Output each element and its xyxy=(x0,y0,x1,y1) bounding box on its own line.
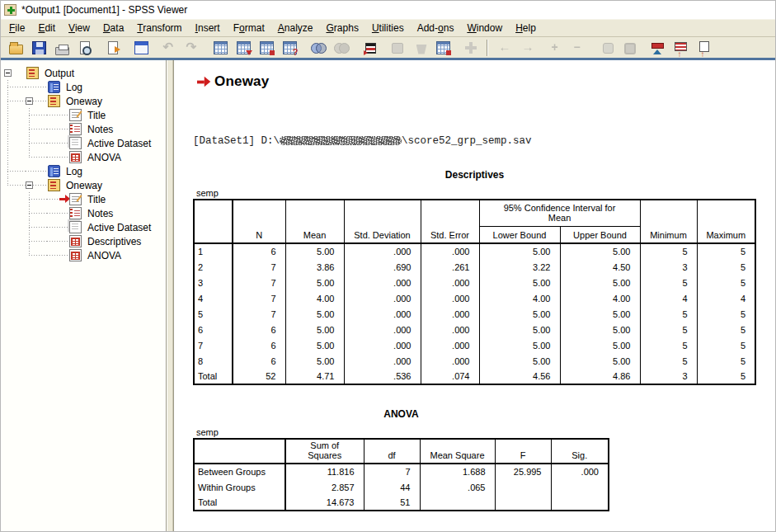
notes-icon xyxy=(69,207,82,219)
menu-analyze[interactable]: Analyze xyxy=(271,21,320,35)
tree-item-anova[interactable]: ANOVA xyxy=(1,248,166,262)
menu-insert[interactable]: Insert xyxy=(189,21,227,35)
menu-help[interactable]: Help xyxy=(509,21,543,35)
hide-button[interactable] xyxy=(618,39,640,57)
menu-add-ons[interactable]: Add-ons xyxy=(411,21,461,35)
tree-expander-minus[interactable] xyxy=(4,69,12,77)
run-script-button[interactable] xyxy=(358,39,379,57)
recall-dialog-button[interactable] xyxy=(130,39,152,57)
print-preview-button[interactable] xyxy=(74,39,96,57)
tree-expander-minus[interactable] xyxy=(26,181,33,189)
tree-item-oneway[interactable]: Oneway xyxy=(1,178,166,192)
print-button[interactable] xyxy=(51,39,73,57)
export-button[interactable] xyxy=(102,39,124,57)
col-header-mean: Mean xyxy=(285,200,344,243)
variables-button[interactable] xyxy=(256,39,277,57)
tree-item-notes[interactable]: Notes xyxy=(1,122,166,136)
cell-value: 51 xyxy=(364,495,420,511)
menu-window[interactable]: Window xyxy=(460,21,509,35)
cell-value: .000 xyxy=(344,243,421,259)
descriptives-table[interactable]: N Mean Std. Deviation Std. Error 95% Con… xyxy=(193,199,756,385)
cell-value: .000 xyxy=(421,243,479,259)
use-sets-icon xyxy=(311,41,325,54)
cell-value: 3.86 xyxy=(285,259,344,275)
tree-expander-minus[interactable] xyxy=(26,97,33,105)
show-button[interactable] xyxy=(595,39,617,57)
menu-edit[interactable]: Edit xyxy=(31,21,62,35)
tree-item-anova[interactable]: ANOVA xyxy=(1,150,166,164)
tree-item-active-dataset[interactable]: Active Dataset xyxy=(1,220,166,234)
redo-button[interactable] xyxy=(181,39,203,57)
tree-guide xyxy=(26,192,47,206)
open-file-button[interactable] xyxy=(5,39,26,57)
split-file-button[interactable] xyxy=(330,39,351,57)
tree-item-log[interactable]: Log xyxy=(1,164,166,178)
cell-value: 5.00 xyxy=(560,243,640,259)
page-up-button[interactable] xyxy=(693,39,714,57)
designate-window-button[interactable] xyxy=(409,39,430,57)
table-row: Total14.67351 xyxy=(194,495,609,511)
goto-data-button[interactable] xyxy=(209,39,231,57)
menu-utilities[interactable]: Utilities xyxy=(365,21,411,35)
cell-value: 4 xyxy=(697,290,755,306)
log-icon xyxy=(48,165,60,177)
tree-guide xyxy=(4,80,26,94)
cell-value xyxy=(551,479,609,495)
tree-guide xyxy=(26,108,47,122)
tree-item-log[interactable]: Log xyxy=(1,80,166,94)
tree-item-descriptives[interactable]: Descriptives xyxy=(1,234,166,248)
insert-pivot-table-button[interactable] xyxy=(432,39,454,57)
goto-case-button[interactable] xyxy=(233,39,254,57)
collapse-button[interactable] xyxy=(567,39,589,57)
menu-data[interactable]: Data xyxy=(96,21,130,35)
cell-value: .000 xyxy=(344,290,421,306)
menu-transform[interactable]: Transform xyxy=(130,21,188,35)
tree-connector xyxy=(26,80,47,94)
tree-item-notes[interactable]: Notes xyxy=(1,206,166,220)
tree-connector xyxy=(47,248,68,262)
save-icon xyxy=(32,41,46,54)
log-icon xyxy=(48,81,60,93)
tree-item-title[interactable]: Title xyxy=(1,192,166,206)
tree-connector xyxy=(26,178,47,192)
forward-button[interactable] xyxy=(516,39,538,57)
undo-button[interactable] xyxy=(158,39,180,57)
save-button[interactable] xyxy=(28,39,49,57)
select-last-output-button[interactable] xyxy=(386,39,407,57)
book-icon xyxy=(48,179,60,191)
toolbar-separator xyxy=(487,40,488,56)
row-label: 4 xyxy=(194,290,233,306)
anova-title: ANOVA xyxy=(193,408,609,420)
expand-button[interactable] xyxy=(544,39,566,57)
use-sets-button[interactable] xyxy=(307,39,328,57)
col-header-std-deviation: Std. Deviation xyxy=(344,200,421,243)
insert-object-button[interactable] xyxy=(460,39,482,57)
menu-file[interactable]: File xyxy=(2,21,31,35)
pane-splitter[interactable] xyxy=(166,60,174,532)
menu-view[interactable]: View xyxy=(62,21,96,35)
cell-value: 5.00 xyxy=(285,353,344,369)
find-button[interactable] xyxy=(279,39,300,57)
back-button[interactable] xyxy=(493,39,515,57)
tree-item-output[interactable]: Output xyxy=(1,66,166,80)
menu-format[interactable]: Format xyxy=(227,21,271,35)
tree-item-active-dataset[interactable]: Active Dataset xyxy=(1,136,166,150)
cell-value: 5 xyxy=(697,337,755,353)
redo-icon xyxy=(186,41,200,54)
outline-up-button[interactable] xyxy=(670,39,691,57)
notes-icon xyxy=(69,123,82,135)
tree-item-title[interactable]: Title xyxy=(1,108,166,122)
menu-graphs[interactable]: Graphs xyxy=(319,21,364,35)
cell-value: 5.00 xyxy=(479,353,560,369)
anova-table[interactable]: Sum of Squares df Mean Square F Sig. Bet… xyxy=(193,438,609,511)
cell-value: 2.857 xyxy=(285,479,364,495)
cell-value: 5 xyxy=(697,243,755,259)
tree-item-oneway[interactable]: Oneway xyxy=(1,94,166,108)
tree-label: Notes xyxy=(86,208,115,219)
cell-value: 14.673 xyxy=(285,495,364,511)
promote-button[interactable] xyxy=(647,39,668,57)
cell-value: 5 xyxy=(697,306,755,322)
output-content-pane: Oneway [DataSet1] D:\\score52_grp_semp.s… xyxy=(174,60,775,532)
cell-value: .000 xyxy=(344,275,421,290)
cell-value: 5 xyxy=(697,353,755,369)
